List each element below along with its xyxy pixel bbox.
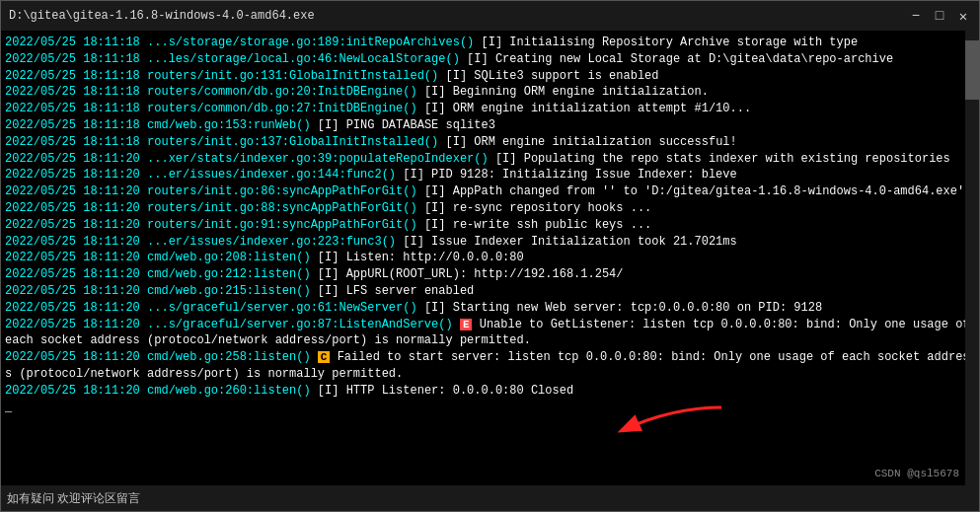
window-title: D:\gitea\gitea-1.16.8-windows-4.0-amd64.… [9,9,315,23]
minimize-button[interactable]: − [908,8,924,24]
log-line: 2022/05/25 18:11:18 ...s/storage/storage… [5,36,481,49]
close-button[interactable]: ✕ [955,8,971,24]
window: D:\gitea\gitea-1.16.8-windows-4.0-amd64.… [0,0,980,512]
maximize-button[interactable]: □ [932,8,947,24]
bottom-bar-text: 如有疑问 欢迎评论区留言 [7,490,140,507]
scrollbar[interactable] [965,31,979,485]
title-bar: D:\gitea\gitea-1.16.8-windows-4.0-amd64.… [1,1,979,31]
arrow-indicator [573,402,731,442]
console-area: 2022/05/25 18:11:18 ...s/storage/storage… [1,31,979,485]
scrollbar-thumb[interactable] [965,40,979,100]
window-controls: − □ ✕ [908,8,971,24]
bottom-bar: 如有疑问 欢迎评论区留言 [1,485,979,511]
console-output: 2022/05/25 18:11:18 ...s/storage/storage… [5,35,975,432]
watermark: CSDN @qsl5678 [874,468,959,479]
